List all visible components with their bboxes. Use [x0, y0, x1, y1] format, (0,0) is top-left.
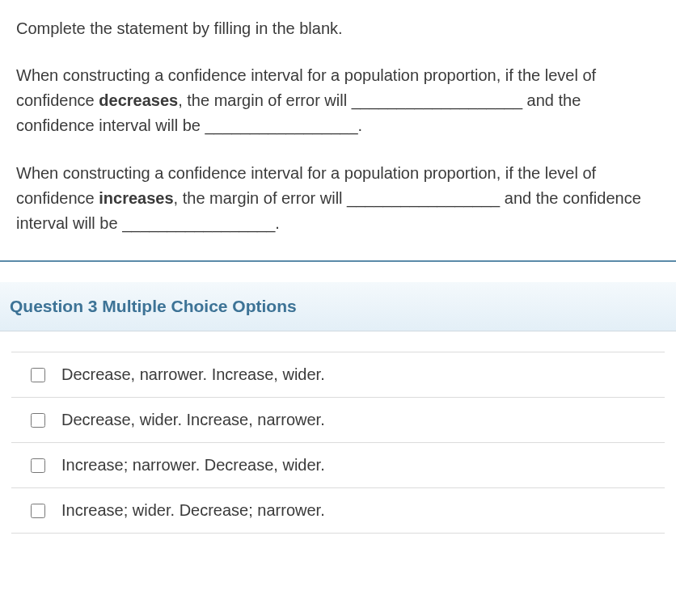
- section-divider: [0, 260, 676, 262]
- option-label: Increase; narrower. Decrease, wider.: [61, 456, 325, 475]
- instruction-text: Complete the statement by filling in the…: [16, 16, 660, 40]
- options-container: Decrease, narrower. Increase, wider. Dec…: [0, 331, 676, 545]
- question-paragraph-2: When constructing a confidence interval …: [16, 161, 660, 236]
- option-checkbox-1[interactable]: [31, 368, 45, 382]
- option-checkbox-3[interactable]: [31, 458, 45, 473]
- options-header: Question 3 Multiple Choice Options: [0, 282, 676, 331]
- question-content: Complete the statement by filling in the…: [0, 0, 676, 260]
- question-paragraph-1: When constructing a confidence interval …: [16, 63, 660, 138]
- option-row[interactable]: Increase; narrower. Decrease, wider.: [11, 443, 665, 488]
- option-checkbox-4[interactable]: [31, 504, 45, 518]
- option-row[interactable]: Decrease, wider. Increase, narrower.: [11, 398, 665, 443]
- para1-bold: decreases: [99, 91, 178, 109]
- option-label: Decrease, wider. Increase, narrower.: [61, 411, 325, 429]
- para2-bold: increases: [99, 189, 173, 207]
- option-label: Decrease, narrower. Increase, wider.: [61, 365, 325, 384]
- option-row[interactable]: Decrease, narrower. Increase, wider.: [11, 352, 665, 398]
- option-label: Increase; wider. Decrease; narrower.: [61, 501, 325, 520]
- option-checkbox-2[interactable]: [31, 413, 45, 428]
- option-row[interactable]: Increase; wider. Decrease; narrower.: [11, 488, 665, 534]
